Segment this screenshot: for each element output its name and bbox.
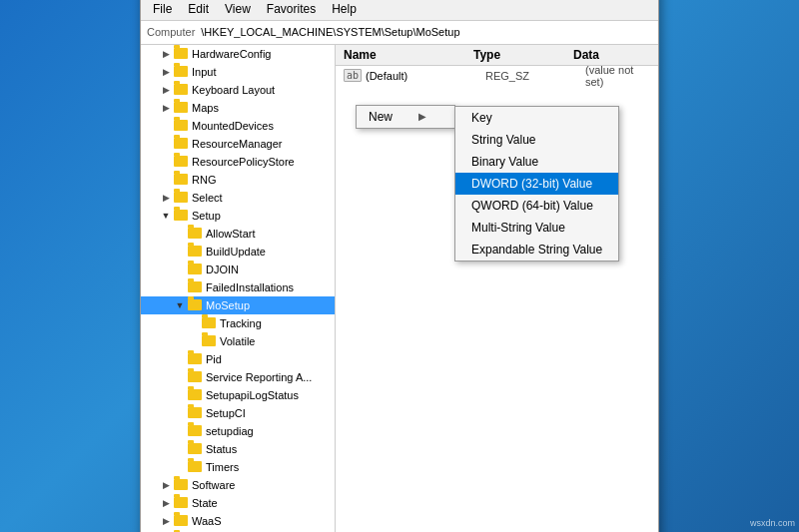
tree-waas[interactable]: ▶ WaaS <box>141 512 335 530</box>
address-label-text: Computer <box>147 26 195 38</box>
folder-icon <box>173 83 189 97</box>
tree-select[interactable]: ▶ Select <box>141 189 335 207</box>
folder-icon <box>187 370 203 384</box>
reg-value-type: REG_SZ <box>485 70 585 82</box>
registry-row-default[interactable]: ab (Default) REG_SZ (value not set) <box>336 66 658 86</box>
tree-label: DJOIN <box>206 264 239 275</box>
folder-icon <box>187 460 203 474</box>
tree-resource-policy[interactable]: ▶ ResourcePolicyStore <box>141 153 335 171</box>
folder-icon <box>173 173 189 187</box>
menu-help[interactable]: Help <box>324 0 365 18</box>
folder-icon <box>173 478 189 492</box>
tree-setupapi[interactable]: ▶ SetupapiLogStatus <box>141 386 335 404</box>
tree-hardwareconfig[interactable]: ▶ HardwareConfig <box>141 45 335 63</box>
menu-file[interactable]: File <box>145 0 180 18</box>
tree-djoin[interactable]: ▶ DJOIN <box>141 261 335 278</box>
folder-icon <box>173 137 189 151</box>
tree-label: Input <box>192 66 216 78</box>
tree-label: BuildUpdate <box>206 246 266 258</box>
main-content: ▶ HardwareConfig ▶ Input ▶ Keyboard Layo… <box>141 45 658 533</box>
tree-setup[interactable]: ▼ Setup <box>141 207 335 225</box>
context-menu: New ▶ Key String Value Binary Value DWOR… <box>356 105 455 129</box>
tree-rng[interactable]: ▶ RNG <box>141 171 335 189</box>
tree-allowstart[interactable]: ▶ AllowStart <box>141 225 335 243</box>
menu-view[interactable]: View <box>217 0 259 18</box>
tree-status[interactable]: ▶ Status <box>141 440 335 458</box>
col-header-name: Name <box>344 48 473 62</box>
folder-icon <box>187 352 203 366</box>
tree-label: SetupapiLogStatus <box>206 389 299 401</box>
tree-volatile[interactable]: ▶ Volatile <box>141 332 335 350</box>
submenu-expandable-string[interactable]: Expandable String Value <box>455 239 618 261</box>
folder-icon <box>173 119 189 133</box>
tree-failed-installations[interactable]: ▶ FailedInstallations <box>141 278 335 296</box>
registry-values-panel: Name Type Data ab (Default) REG_SZ (valu… <box>336 45 658 533</box>
tree-label: Keyboard Layout <box>192 84 275 96</box>
tree-label: FailedInstallations <box>206 281 294 293</box>
expand-arrow: ▶ <box>159 83 173 97</box>
registry-tree[interactable]: ▶ HardwareConfig ▶ Input ▶ Keyboard Layo… <box>141 45 336 533</box>
tree-pid[interactable]: ▶ Pid <box>141 350 335 368</box>
submenu-qword-value[interactable]: QWORD (64-bit) Value <box>455 195 618 217</box>
tree-label: setupdiag <box>206 425 254 437</box>
tree-buildupdate[interactable]: ▶ BuildUpdate <box>141 243 335 261</box>
reg-value-name: (Default) <box>366 70 485 82</box>
expand-arrow: ▶ <box>159 191 173 205</box>
submenu-arrow: ▶ <box>418 111 426 122</box>
tree-setupdiag[interactable]: ▶ setupdiag <box>141 422 335 440</box>
menu-favorites[interactable]: Favorites <box>259 0 324 18</box>
tree-label: WaaS <box>192 515 222 527</box>
tree-label: Software <box>192 479 235 491</box>
folder-icon <box>173 47 189 61</box>
context-menu-area: New ▶ Key String Value Binary Value DWOR… <box>356 105 455 129</box>
context-menu-new[interactable]: New ▶ Key String Value Binary Value DWOR… <box>357 106 454 128</box>
submenu-string-value[interactable]: String Value <box>455 129 618 151</box>
tree-label: Select <box>192 192 223 204</box>
tree-label: Tracking <box>220 317 262 329</box>
folder-icon <box>173 496 189 510</box>
col-header-data: Data <box>573 48 650 62</box>
submenu-dword-value[interactable]: DWORD (32-bit) Value <box>455 173 618 195</box>
tree-setupci[interactable]: ▶ SetupCI <box>141 404 335 422</box>
folder-icon <box>201 334 217 348</box>
menu-bar: File Edit View Favorites Help <box>141 0 658 21</box>
folder-icon <box>187 406 203 420</box>
tree-mounted-devices[interactable]: ▶ MountedDevices <box>141 117 335 135</box>
tree-timers[interactable]: ▶ Timers <box>141 458 335 476</box>
tree-maps[interactable]: ▶ Maps <box>141 99 335 117</box>
tree-tracking[interactable]: ▶ Tracking <box>141 314 335 332</box>
tree-service-reporting[interactable]: ▶ Service Reporting A... <box>141 368 335 386</box>
tree-label: MountedDevices <box>192 120 274 132</box>
tree-input[interactable]: ▶ Input <box>141 63 335 81</box>
tree-resource-manager[interactable]: ▶ ResourceManager <box>141 135 335 153</box>
context-menu-new-label: New <box>369 110 393 124</box>
folder-icon <box>187 298 203 312</box>
address-path: \HKEY_LOCAL_MACHINE\SYSTEM\Setup\MoSetup <box>201 26 459 38</box>
submenu-multi-string[interactable]: Multi-String Value <box>455 217 618 239</box>
tree-keyboard-layout[interactable]: ▶ Keyboard Layout <box>141 81 335 99</box>
reg-value-data: (value not set) <box>585 64 650 88</box>
folder-icon <box>173 155 189 169</box>
folder-icon <box>187 442 203 456</box>
expand-arrow: ▶ <box>159 47 173 61</box>
tree-label: Status <box>206 443 237 455</box>
expand-arrow: ▶ <box>159 514 173 528</box>
tree-label: ResourcePolicyStore <box>192 156 295 168</box>
tree-label: Pid <box>206 353 222 365</box>
menu-edit[interactable]: Edit <box>180 0 217 18</box>
tree-label: Service Reporting A... <box>206 371 312 383</box>
tree-label: AllowStart <box>206 228 256 240</box>
submenu-binary-value[interactable]: Binary Value <box>455 151 618 173</box>
folder-icon <box>187 424 203 438</box>
tree-label: RNG <box>192 174 216 186</box>
tree-mosetup[interactable]: ▼ MoSetup <box>141 296 335 314</box>
tree-state[interactable]: ▶ State <box>141 494 335 512</box>
tree-label: ResourceManager <box>192 138 283 150</box>
tree-label: HardwareConfig <box>192 48 271 60</box>
folder-icon <box>187 388 203 402</box>
submenu: Key String Value Binary Value DWORD (32-… <box>454 106 619 262</box>
folder-icon <box>173 191 189 205</box>
folder-icon <box>173 209 189 223</box>
submenu-key[interactable]: Key <box>455 107 618 129</box>
tree-software[interactable]: ▶ Software <box>141 476 335 494</box>
